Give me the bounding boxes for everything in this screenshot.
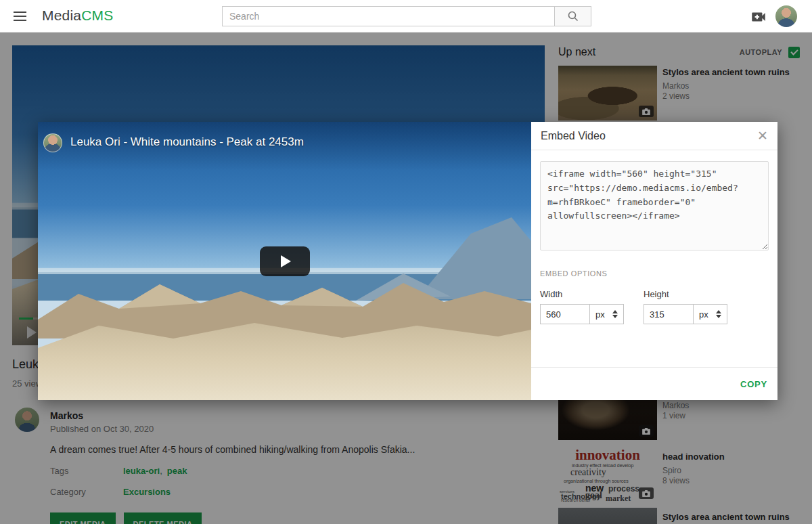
embed-code-textarea[interactable]: <iframe width="560" height="315" src="ht… bbox=[540, 161, 769, 250]
height-unit-select[interactable]: px bbox=[694, 304, 727, 324]
embed-video-modal: Leuka Ori - White mountains - Peak at 24… bbox=[38, 122, 777, 400]
height-label: Height bbox=[644, 289, 727, 299]
embed-preview-player[interactable]: Leuka Ori - White mountains - Peak at 24… bbox=[38, 122, 531, 400]
play-icon bbox=[281, 255, 291, 267]
preview-video-title: Leuka Ori - White mountains - Peak at 24… bbox=[70, 135, 304, 149]
top-bar: MediaCMS bbox=[0, 0, 812, 32]
spinner-arrows-icon bbox=[612, 310, 618, 318]
search-icon bbox=[567, 10, 579, 22]
embed-options-panel: Embed Video ✕ <iframe width="560" height… bbox=[531, 122, 777, 400]
search-input[interactable] bbox=[222, 6, 555, 26]
close-icon[interactable]: ✕ bbox=[757, 129, 768, 142]
width-label: Width bbox=[540, 289, 624, 299]
logo[interactable]: MediaCMS bbox=[42, 7, 113, 24]
search-form bbox=[222, 6, 591, 26]
modal-title: Embed Video bbox=[541, 130, 606, 142]
spinner-arrows-icon bbox=[716, 310, 721, 318]
menu-icon[interactable] bbox=[14, 12, 26, 21]
preview-author-avatar[interactable] bbox=[43, 133, 62, 152]
height-input[interactable] bbox=[644, 304, 694, 324]
unit-value: px bbox=[595, 309, 605, 320]
search-button[interactable] bbox=[555, 6, 591, 26]
logo-media: Media bbox=[42, 7, 81, 23]
logo-cms: CMS bbox=[81, 7, 113, 23]
unit-value: px bbox=[699, 309, 708, 320]
width-input[interactable] bbox=[540, 304, 590, 324]
user-avatar[interactable] bbox=[775, 5, 797, 27]
upload-video-icon[interactable] bbox=[750, 8, 767, 26]
width-unit-select[interactable]: px bbox=[590, 304, 624, 324]
copy-button[interactable]: COPY bbox=[740, 379, 767, 389]
preview-play-button[interactable] bbox=[260, 246, 310, 276]
embed-options-label: EMBED OPTIONS bbox=[540, 269, 769, 278]
